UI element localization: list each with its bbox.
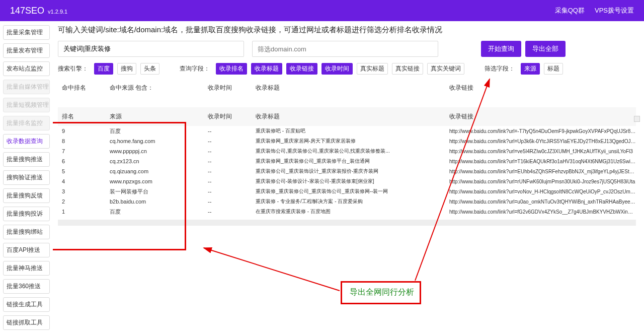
sidebar-item-14[interactable]: 批量360推送 [3,279,50,294]
sidebar-item-6[interactable]: 收录数据查询 [3,134,50,149]
sidebar-item-7[interactable]: 批量搜狗推送 [3,152,50,167]
query-row: 开始查询 导出全部 [58,41,636,57]
cell-src: cq.home.fang.com [110,138,208,144]
table-row[interactable]: 5cq.qizuang.com--重庆装修公司_重庆装饰设计_重庆家装报价-重庆… [58,166,636,176]
domain-filter-input[interactable] [252,41,438,57]
cell-rank: 8 [62,138,110,144]
app-version: v1.2.9.1 [48,9,67,15]
sidebar-item-0[interactable]: 批量采集管理 [3,25,50,40]
cell-rank: 2 [62,198,110,205]
table-row[interactable]: 9百度--重庆装修吧 - 百度贴吧http://www.baidu.com/li… [58,126,636,136]
col-index-title: 收录标题 [256,84,449,92]
start-query-button[interactable]: 开始查询 [481,41,521,57]
query-tag-4[interactable]: 真实标题 [357,63,388,75]
svg-line-0 [204,248,340,291]
scroll-indicator[interactable] [634,116,640,122]
cell-link: http://www.baidu.com/link?url=fG2v6GDVx4… [449,209,636,215]
cell-rank: 5 [62,168,110,174]
th-source: 来源 [110,112,208,121]
cell-title: 重庆装修公司-装修设计-家装公司-重庆装修束[俐业家] [256,178,449,185]
horizontal-scrollbar[interactable] [58,220,636,226]
query-tag-3[interactable]: 收录时间 [321,63,353,75]
query-tag-0[interactable]: 收录排名 [216,63,247,75]
cell-rank: 4 [62,178,110,184]
table-row[interactable]: 6cq.zx123.cn--重庆装修网_重庆装修公司_重庆装修平台_装信通网ht… [58,156,636,166]
th-rank: 排名 [62,112,110,121]
query-field-label: 查询字段： [180,64,210,73]
cell-src: cq.qizuang.com [110,168,208,174]
query-tag-1[interactable]: 收录标题 [251,63,282,75]
filter-tag-1[interactable]: 标题 [544,63,563,75]
cell-src: 装一网装修平台 [110,188,208,195]
sidebar-item-16[interactable]: 链接抓取工具 [3,315,50,330]
sidebar-item-11[interactable]: 批量搜狗绑站 [3,225,50,239]
filter-tag-0[interactable]: 来源 [521,63,540,75]
app-name: 147SEO [10,6,44,16]
keyword-input[interactable] [58,41,244,57]
cell-src: b2b.baidu.com [110,198,208,205]
sidebar-item-1[interactable]: 批量发布管理 [3,43,50,58]
cell-src: www.pppppj.cn [110,148,208,154]
sidebar-item-13[interactable]: 批量神马推送 [3,261,50,276]
table-header-row: 排名 来源 收录时间 收录标题 收录链接 [58,107,636,126]
engine-tag-1[interactable]: 搜狗 [117,63,136,75]
table-row[interactable]: 2b2b.baidu.com--重庆装修 - 专业服务/工程/解决方案 - 百度… [58,196,636,207]
export-all-button[interactable]: 导出全部 [525,41,566,57]
cell-time: -- [208,148,256,154]
cell-time: -- [208,128,256,134]
table-row[interactable]: 7www.pppppj.cn--重庆装饰公司,重庆装修公司,重庆家装公司,找重庆… [58,146,636,156]
cell-link: http://www.baidu.com/link?url=-T7tyQ5n4D… [449,128,636,134]
cell-rank: 7 [62,148,110,154]
cell-title: 重庆装修 - 专业服务/工程/解决方案 - 百度爱采购 [256,198,449,205]
query-tag-5[interactable]: 真实链接 [392,63,423,75]
col-hit-source: 命中来源 包含： [110,84,208,92]
th-time: 收录时间 [208,112,256,121]
cell-rank: 3 [62,188,110,194]
sidebar-item-4: 批量短视频管理 [3,98,50,112]
query-tag-2[interactable]: 收录链接 [286,63,317,75]
col-index-time: 收录时间 [208,84,256,92]
summary-header-row: 命中排名 命中来源 包含： 收录时间 收录标题 收录链接 [58,80,636,96]
cell-time: -- [208,158,256,164]
col-index-link: 收录链接 [449,84,636,92]
sidebar-item-2[interactable]: 发布站点监控 [3,61,50,76]
table-row[interactable]: 4www.npzxgs.com--重庆装修公司-装修设计-家装公司-重庆装修束[… [58,176,636,186]
sidebar: 批量采集管理批量发布管理发布站点监控批量自媒体管理批量短视频管理批量排名监控收录… [0,21,53,333]
filter-field-label: 筛选字段： [485,64,515,73]
cell-title: 重庆装修网_重庆家居网-房天下重庆家居装修 [256,138,449,145]
sidebar-item-8[interactable]: 搜狗验证推送 [3,170,50,185]
cell-src: 百度 [110,127,208,135]
link-qq-group[interactable]: 采集QQ群 [555,6,585,15]
query-tag-6[interactable]: 真实关键词 [427,63,464,75]
annotation-label: 导出全网同行分析 [350,287,414,298]
cell-time: -- [208,188,256,194]
engine-tag-2[interactable]: 头条 [140,63,159,75]
table-row[interactable]: 3装一网装修平台--重庆装修_重庆装修公司_重庆装饰公司_重庆装修网--装一网h… [58,186,636,196]
table-row[interactable]: 1百度--在重庆市搜索重庆装修 - 百度地图http://www.baidu.c… [58,207,636,217]
main-panel: 可输入关键词/site:域名/domain:域名，批量抓取百度搜狗收录链接，可通… [53,21,644,333]
cell-src: www.npzxgs.com [110,178,208,184]
sidebar-item-9[interactable]: 批量搜狗反馈 [3,188,50,203]
sidebar-item-15[interactable]: 链接生成工具 [3,297,50,312]
filter-row: 搜索引擎：百度搜狗头条查询字段：收录排名收录标题收录链接收录时间真实标题真实链接… [58,63,636,75]
engine-label: 搜索引擎： [58,64,88,73]
link-vps-settings[interactable]: VPS拨号设置 [595,6,634,15]
sidebar-item-3: 批量自媒体管理 [3,80,50,94]
cell-src: cq.zx123.cn [110,158,208,164]
cell-rank: 6 [62,158,110,164]
cell-link: http://www.baidu.com/link?url=T16kiEAQUk… [449,159,636,164]
cell-time: -- [208,138,256,144]
table-row[interactable]: 8cq.home.fang.com--重庆装修网_重庆家居网-房天下重庆家居装修… [58,136,636,146]
sidebar-item-12[interactable]: 百度API推送 [3,243,50,257]
engine-tag-0[interactable]: 百度 [94,63,113,75]
page-description: 可输入关键词/site:域名/domain:域名，批量抓取百度搜狗收录链接，可通… [58,25,636,35]
sidebar-item-10[interactable]: 批量搜狗投诉 [3,207,50,221]
cell-title: 重庆装修网_重庆装修公司_重庆装修平台_装信通网 [256,158,449,165]
cell-time: -- [208,178,256,184]
cell-link: http://www.baidu.com/link?url=EUhb4sZQhS… [449,169,636,174]
app-header: 147SEO v1.2.9.1 采集QQ群 VPS拨号设置 [0,0,644,21]
cell-title: 重庆装饰公司,重庆装修公司,重庆家装公司,找重庆装修整装... [256,148,449,155]
th-link: 收录链接 [449,112,636,121]
cell-title: 重庆装修公司_重庆装饰设计_重庆家装报价-重庆齐装网 [256,168,449,175]
cell-rank: 1 [62,209,110,215]
